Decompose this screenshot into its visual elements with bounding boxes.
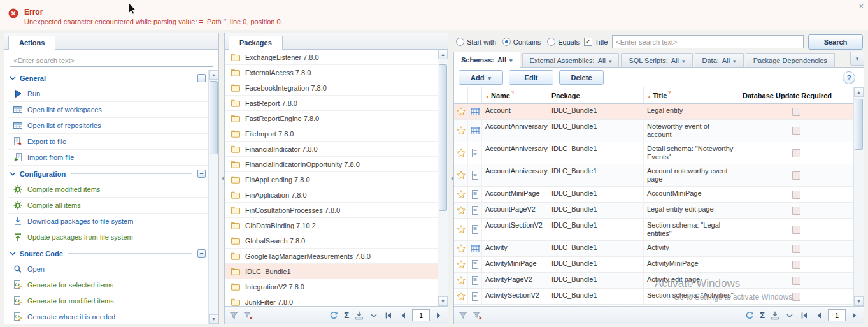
package-item[interactable]: FastReport 7.8.0 [225, 96, 438, 111]
add-button[interactable]: Add [459, 70, 503, 85]
favorite-cell[interactable] [454, 203, 468, 218]
favorite-cell[interactable] [454, 187, 468, 202]
tab-overflow-button[interactable] [850, 52, 864, 66]
summary-icon[interactable]: Σ [758, 310, 766, 320]
section-header-configuration[interactable]: Configuration− [8, 166, 208, 182]
package-item[interactable]: IDLC_Bundle1 [225, 264, 438, 279]
tab-package-dependencies[interactable]: Package Dependencies [746, 53, 835, 67]
scrollbar-thumb[interactable] [855, 99, 863, 150]
table-row[interactable]: AccountSectionV2IDLC_Bundle1Section sche… [454, 219, 853, 241]
action-item-generate-for-selected-items[interactable]: Generate for selected items [8, 277, 208, 293]
next-page-icon[interactable] [433, 310, 445, 321]
action-item-open[interactable]: Open [8, 261, 208, 277]
edit-button[interactable]: Edit [509, 70, 553, 85]
filter-icon[interactable] [228, 310, 239, 321]
favorite-cell[interactable] [454, 120, 468, 142]
scrollbar-thumb[interactable] [210, 81, 218, 154]
chevron-down-icon[interactable] [784, 310, 795, 321]
package-item[interactable]: FinApplication 7.8.0 [225, 187, 438, 203]
packages-scrollbar[interactable] [438, 50, 448, 306]
page-number-input[interactable] [412, 309, 430, 321]
schema-search-input[interactable] [612, 35, 804, 48]
panel-splitter[interactable] [448, 33, 453, 324]
table-scrollbar[interactable] [853, 87, 864, 306]
tab-sql-scripts[interactable]: SQL Scripts:All [621, 53, 692, 67]
collapse-button[interactable]: − [197, 74, 206, 82]
favorite-cell[interactable] [454, 289, 468, 304]
search-option-start-with[interactable]: Start with [456, 38, 496, 46]
action-item-compile-modified-items[interactable]: Compile modified items [8, 182, 208, 198]
radio-start-with[interactable] [456, 38, 464, 46]
package-item[interactable]: IntegrationV2 7.8.0 [225, 279, 438, 294]
favorite-cell[interactable] [454, 104, 468, 119]
column-header-db-update[interactable]: Database Update Required [739, 87, 853, 103]
table-row[interactable]: ActivitySectionV2IDLC_Bundle1Section sch… [454, 289, 853, 305]
tab-data[interactable]: Data:All [695, 53, 744, 67]
next-page-icon[interactable] [849, 310, 860, 321]
first-page-icon[interactable] [799, 310, 810, 321]
table-row[interactable]: AccountAnniversaryDIDLC_Bundle1Detail sc… [454, 142, 853, 164]
package-item[interactable]: FinancialIndicator 7.8.0 [225, 142, 438, 157]
package-item[interactable]: JunkFilter 7.8.0 [225, 294, 438, 306]
tab-actions[interactable]: Actions [8, 36, 55, 50]
table-row[interactable]: AccountMiniPageIDLC_Bundle1AccountMiniPa… [454, 187, 853, 203]
close-icon[interactable]: × [858, 2, 864, 10]
table-row[interactable]: ActivityIDLC_Bundle1Activity [454, 241, 853, 257]
page-number-input[interactable] [828, 309, 846, 321]
column-header-title[interactable]: Title2 [644, 87, 739, 103]
package-item[interactable]: FinCosultationProcesses 7.8.0 [225, 203, 438, 218]
table-row[interactable]: ActivityMiniPageIDLC_Bundle1ActivityMini… [454, 257, 853, 273]
scroll-down-icon[interactable] [854, 296, 864, 306]
scroll-down-icon[interactable] [209, 314, 218, 324]
chevron-down-icon[interactable] [368, 310, 380, 321]
previous-page-icon[interactable] [397, 310, 409, 321]
favorite-cell[interactable] [454, 164, 468, 186]
refresh-icon[interactable] [328, 310, 339, 321]
table-row[interactable]: AccountIDLC_Bundle1Legal entity [454, 104, 853, 120]
section-header-general[interactable]: General− [8, 70, 208, 86]
first-page-icon[interactable] [383, 310, 394, 321]
package-item[interactable]: FinancialIndicatorInOpportunity 7.8.0 [225, 157, 438, 172]
table-row[interactable]: AccountAnniversaryIDLC_Bundle1Noteworthy… [454, 120, 853, 142]
scrollbar-track[interactable] [209, 80, 218, 314]
package-item[interactable]: FastReportEngine 7.8.0 [225, 111, 438, 126]
title-filter-option[interactable]: Title [584, 38, 608, 46]
filter-icon[interactable] [457, 310, 469, 321]
favorite-cell[interactable] [454, 257, 468, 272]
action-item-import-from-file[interactable]: Import from file [8, 150, 208, 166]
scroll-down-icon[interactable] [438, 296, 448, 306]
action-item-download-packages-to-file-system[interactable]: Download packages to file system [8, 214, 208, 229]
favorite-cell[interactable] [454, 219, 468, 240]
scroll-up-icon[interactable] [854, 87, 864, 97]
package-item[interactable]: FinAppLending 7.8.0 [225, 172, 438, 187]
help-icon[interactable]: ? [843, 71, 855, 84]
action-item-export-to-file[interactable]: Export to file [8, 134, 208, 150]
clear-filter-icon[interactable] [243, 310, 254, 321]
package-item[interactable]: GlobalSearch 7.8.0 [225, 233, 438, 249]
action-item-open-list-of-workspaces[interactable]: Open list of workspaces [8, 102, 208, 118]
scrollbar-thumb[interactable] [439, 64, 447, 211]
package-item[interactable]: ExchangeListener 7.8.0 [225, 50, 438, 65]
action-item-generate-for-modified-items[interactable]: Generate for modified items [8, 293, 208, 309]
package-item[interactable]: FileImport 7.8.0 [225, 126, 438, 142]
scrollbar-track[interactable] [438, 59, 448, 296]
export-data-icon[interactable] [353, 310, 365, 321]
section-header-source-code[interactable]: Source Code− [8, 245, 208, 261]
title-checkbox[interactable] [584, 38, 592, 46]
actions-search-input[interactable] [10, 54, 213, 67]
action-item-run[interactable]: Run [8, 86, 208, 102]
panel-splitter[interactable] [219, 33, 224, 324]
action-item-compile-all-items[interactable]: Compile all items [8, 198, 208, 214]
table-row[interactable]: ActivityPageV2IDLC_Bundle1Activity edit … [454, 273, 853, 289]
search-option-contains[interactable]: Contains [502, 38, 541, 46]
export-data-icon[interactable] [769, 310, 781, 321]
column-header-name[interactable]: Name1 [482, 87, 548, 103]
previous-page-icon[interactable] [813, 310, 825, 321]
tab-schemas[interactable]: Schemas:All [453, 52, 520, 68]
radio-equals[interactable] [547, 38, 555, 46]
package-item[interactable]: GlbDataBinding 7.10.2 [225, 218, 438, 233]
refresh-icon[interactable] [744, 310, 755, 321]
action-item-generate-where-it-is-needed[interactable]: Generate where it is needed [8, 309, 208, 324]
scrollbar-track[interactable] [854, 97, 864, 296]
scroll-up-icon[interactable] [438, 50, 448, 59]
